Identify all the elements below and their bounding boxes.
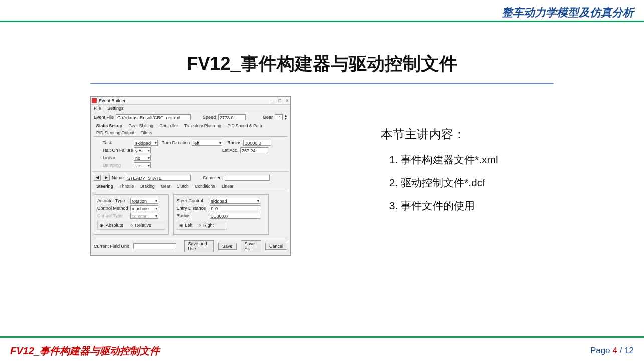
task-select[interactable]: skidpad xyxy=(134,140,158,146)
rel-label: Relative xyxy=(135,223,151,228)
tab-clutch[interactable]: Clutch xyxy=(174,183,191,190)
gear-label: Gear xyxy=(263,115,273,120)
tab-linear[interactable]: Linear xyxy=(219,183,236,190)
unit-input[interactable] xyxy=(133,243,176,249)
page-current: 4 xyxy=(612,346,617,355)
footer-left: FV12_事件构建器与驱动控制文件 xyxy=(10,344,160,358)
header-bar: 整车动力学模型及仿真分析 xyxy=(0,0,644,22)
toc-list: 事件构建器文件*.xml 驱动控制文件*.dcf 事件文件的使用 xyxy=(381,153,644,213)
actuator-select[interactable]: rotation xyxy=(130,198,158,204)
latacc-label: Lat Acc. xyxy=(222,148,238,153)
linear-select[interactable]: no xyxy=(134,155,151,161)
halt-label: Halt On Failure xyxy=(103,148,132,153)
tabs-setup[interactable]: Static Set-up Gear Shifting Controller T… xyxy=(94,122,287,137)
tabs-channel[interactable]: Steering Throttle Braking Gear Clutch Co… xyxy=(94,183,287,190)
tab-braking[interactable]: Braking xyxy=(138,183,157,190)
gear-input[interactable]: 1 xyxy=(275,114,283,120)
method-select[interactable]: machine xyxy=(130,205,158,211)
task-label: Task xyxy=(103,140,132,145)
tab-throttle[interactable]: Throttle xyxy=(117,183,137,190)
content-row: Event Builder — □ ✕ File Settings Event … xyxy=(0,96,644,256)
tab-gear-shifting[interactable]: Gear Shifting xyxy=(126,122,156,129)
menubar[interactable]: File Settings xyxy=(91,105,290,112)
window-titlebar[interactable]: Event Builder — □ ✕ xyxy=(91,97,290,105)
save-as-button[interactable]: Save As xyxy=(241,240,261,252)
slide-title: FV12_事件构建器与驱动控制文件 xyxy=(0,52,644,76)
toc-col: 本节主讲内容： 事件构建器文件*.xml 驱动控制文件*.dcf 事件文件的使用 xyxy=(321,96,644,256)
event-file-label: Event File xyxy=(94,115,114,120)
radius2-label: Radius xyxy=(177,213,208,218)
screenshot-col: Event Builder — □ ✕ File Settings Event … xyxy=(0,96,321,256)
speed-input[interactable]: 2778.0 xyxy=(218,114,246,120)
window-body: Event File G:/Adams_Result/CRC_crc.xml S… xyxy=(91,112,290,255)
channel-panels: Actuator Type rotation Control Method ma… xyxy=(94,193,287,235)
tab-pid-steer[interactable]: PID Steering Output xyxy=(94,129,137,136)
ctype-label: Control Type xyxy=(97,213,128,218)
title-underline xyxy=(90,83,554,84)
entry-label: Entry Distance xyxy=(177,206,208,211)
unit-label: Current Field Unit xyxy=(94,244,129,249)
maximize-icon[interactable]: □ xyxy=(279,98,281,103)
tab-pid-speed[interactable]: PID Speed & Path xyxy=(225,122,264,129)
panel-left: Actuator Type rotation Control Method ma… xyxy=(94,194,169,235)
right-label: Right xyxy=(203,223,214,228)
name-label: Name xyxy=(112,175,124,180)
menu-settings[interactable]: Settings xyxy=(107,106,124,111)
list-item: 驱动控制文件*.dcf xyxy=(401,176,644,190)
nav-next-icon[interactable]: ▶ xyxy=(103,175,110,181)
section-head: 本节主讲内容： xyxy=(381,126,644,142)
tab-gear[interactable]: Gear xyxy=(158,183,173,190)
window-controls[interactable]: — □ ✕ xyxy=(270,98,289,103)
page-total: 12 xyxy=(624,346,634,355)
save-button[interactable]: Save xyxy=(218,243,237,250)
comment-input[interactable] xyxy=(225,175,270,181)
damping-select: yes xyxy=(134,162,151,168)
minimize-icon[interactable]: — xyxy=(270,98,275,103)
tab-trajectory[interactable]: Trajectory Planning xyxy=(182,122,224,129)
nav-prev-icon[interactable]: ◀ xyxy=(94,175,101,181)
abs-label: Absolute xyxy=(106,223,123,228)
list-item: 事件构建器文件*.xml xyxy=(401,153,644,167)
page-label: Page xyxy=(590,346,610,355)
turn-dir-label: Turn Direction xyxy=(162,140,190,145)
button-row: Current Field Unit Save and Use Save Sav… xyxy=(94,238,287,252)
event-builder-window: Event Builder — □ ✕ File Settings Event … xyxy=(90,96,291,256)
main-area: FV12_事件构建器与驱动控制文件 Event Builder — □ ✕ Fi… xyxy=(0,24,644,334)
close-icon[interactable]: ✕ xyxy=(285,98,289,103)
tab-controller[interactable]: Controller xyxy=(157,122,181,129)
gear-stepper-icon[interactable]: ▴▾ xyxy=(285,114,287,120)
window-title: Event Builder xyxy=(99,98,126,103)
method-label: Control Method xyxy=(97,206,128,211)
footer-right: Page 4 / 12 xyxy=(590,346,634,356)
tab-steering[interactable]: Steering xyxy=(94,183,116,190)
event-file-input[interactable]: G:/Adams_Result/CRC_crc.xml xyxy=(116,114,191,120)
mini-nav: ◀ ▶ Name STEADY_STATE Comment xyxy=(94,175,287,181)
steer-select[interactable]: skidpad xyxy=(210,198,260,204)
panel-right: Steer Control skidpad Entry Distance 0.0… xyxy=(173,194,269,235)
linear-label: Linear xyxy=(103,155,132,160)
radius2-input[interactable]: 30000.0 xyxy=(210,213,260,219)
latacc-input[interactable]: 257.24 xyxy=(240,147,268,153)
radius-input[interactable]: 30000.0 xyxy=(243,140,271,146)
comment-label: Comment xyxy=(203,175,223,180)
tab-static-setup[interactable]: Static Set-up xyxy=(94,122,125,129)
radio-absolute[interactable]: ◉ xyxy=(100,223,104,228)
turn-dir-select[interactable]: left xyxy=(192,140,222,146)
cancel-button[interactable]: Cancel xyxy=(265,243,287,250)
halt-select[interactable]: yes xyxy=(134,147,151,153)
left-label: Left xyxy=(185,223,193,228)
steer-label: Steer Control xyxy=(177,198,208,203)
entry-input[interactable]: 0.0 xyxy=(210,205,260,211)
damping-label: Damping xyxy=(103,163,132,168)
radio-right[interactable]: ○ xyxy=(199,223,201,228)
list-item: 事件文件的使用 xyxy=(401,199,644,213)
save-use-button[interactable]: Save and Use xyxy=(184,240,214,252)
name-input[interactable]: STEADY_STATE xyxy=(126,175,191,181)
menu-file[interactable]: File xyxy=(94,106,101,111)
footer-bar: FV12_事件构建器与驱动控制文件 Page 4 / 12 xyxy=(0,336,644,364)
tab-filters[interactable]: Filters xyxy=(138,129,155,136)
radio-relative[interactable]: ○ xyxy=(130,223,133,228)
tab-conditions[interactable]: Conditions xyxy=(192,183,218,190)
ctype-select: constant xyxy=(130,213,158,219)
radio-left[interactable]: ◉ xyxy=(179,223,183,228)
